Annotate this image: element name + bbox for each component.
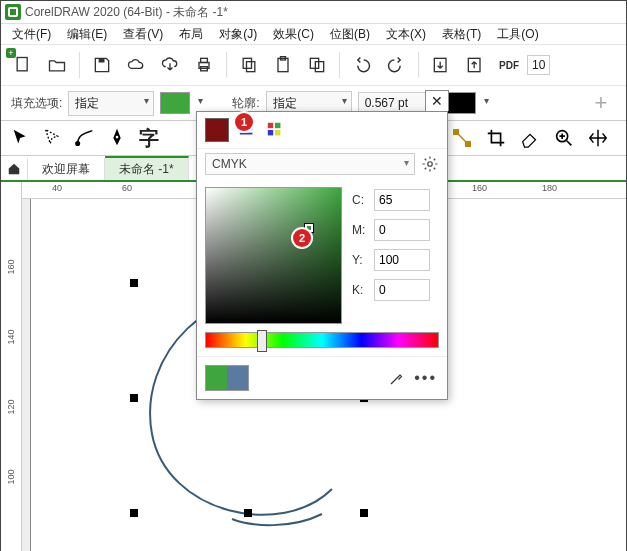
- separator: [226, 52, 227, 78]
- pan-tool-icon[interactable]: [586, 126, 610, 150]
- selection-handle[interactable]: [244, 509, 252, 517]
- page-shadow: [22, 199, 30, 551]
- print-button[interactable]: [188, 49, 220, 81]
- vertical-ruler[interactable]: 160 140 120 100: [1, 182, 22, 551]
- eyedropper-icon[interactable]: [388, 369, 406, 387]
- ruler-tick: 120: [6, 397, 16, 417]
- ruler-tick: 160: [6, 257, 16, 277]
- pdf-export-button[interactable]: PDF: [493, 49, 525, 81]
- cloud-down-button[interactable]: [154, 49, 186, 81]
- save-button[interactable]: [86, 49, 118, 81]
- separator: [79, 52, 80, 78]
- import-button[interactable]: [425, 49, 457, 81]
- ruler-tick: 100: [6, 467, 16, 487]
- fill-option-label: 填充选项:: [11, 95, 62, 112]
- m-label: M:: [352, 223, 368, 237]
- color-model-select[interactable]: CMYK: [205, 153, 415, 175]
- outline-color-swatch[interactable]: [446, 92, 476, 114]
- cloud-button[interactable]: [120, 49, 152, 81]
- pen-tool-icon[interactable]: [105, 126, 129, 150]
- zoom-value[interactable]: 10: [527, 55, 550, 75]
- open-button[interactable]: [41, 49, 73, 81]
- k-input[interactable]: [374, 279, 430, 301]
- duplicate-button[interactable]: [301, 49, 333, 81]
- welcome-tab[interactable]: 欢迎屏幕: [28, 158, 105, 180]
- shape-tool-icon[interactable]: [73, 126, 97, 150]
- document-tab[interactable]: 未命名 -1*: [105, 156, 189, 180]
- separator: [339, 52, 340, 78]
- zoom-tool-icon[interactable]: [552, 126, 576, 150]
- add-preset-button[interactable]: +: [586, 88, 616, 118]
- svg-rect-15: [454, 130, 459, 135]
- text-tool-icon[interactable]: 字: [137, 126, 161, 150]
- y-label: Y:: [352, 253, 368, 267]
- new-color: [206, 366, 227, 390]
- m-input[interactable]: [374, 219, 430, 241]
- selection-handle[interactable]: [130, 279, 138, 287]
- ruler-tick: 180: [542, 183, 557, 193]
- titlebar: CorelDRAW 2020 (64-Bit) - 未命名 -1*: [1, 1, 626, 24]
- selection-handle[interactable]: [130, 509, 138, 517]
- menu-object[interactable]: 对象(J): [212, 24, 264, 45]
- selection-handle[interactable]: [130, 394, 138, 402]
- hue-slider-thumb[interactable]: [257, 330, 267, 352]
- close-button[interactable]: ✕: [425, 90, 449, 111]
- menu-layout[interactable]: 布局: [172, 24, 210, 45]
- selection-handle[interactable]: [360, 509, 368, 517]
- menu-table[interactable]: 表格(T): [435, 24, 488, 45]
- export-button[interactable]: [459, 49, 491, 81]
- svg-rect-0: [17, 58, 27, 71]
- svg-point-13: [76, 142, 80, 146]
- menubar: 文件(F) 编辑(E) 查看(V) 布局 对象(J) 效果(C) 位图(B) 文…: [1, 24, 626, 45]
- ruler-tick: 160: [472, 183, 487, 193]
- svg-rect-1: [99, 58, 105, 62]
- ruler-tick: 40: [52, 183, 62, 193]
- old-color: [227, 366, 248, 390]
- fill-option-select[interactable]: 指定: [68, 91, 154, 116]
- svg-point-14: [116, 136, 119, 139]
- home-tab[interactable]: [1, 158, 28, 180]
- annotation-badge-1: 1: [235, 113, 253, 131]
- crop-tool-icon[interactable]: [484, 126, 508, 150]
- outline-label: 轮廓:: [232, 95, 259, 112]
- undo-button[interactable]: [346, 49, 378, 81]
- separator: [418, 52, 419, 78]
- pick-tool-icon[interactable]: [9, 126, 33, 150]
- freehand-pick-icon[interactable]: [41, 126, 65, 150]
- svg-rect-3: [201, 58, 208, 62]
- c-input[interactable]: [374, 189, 430, 211]
- copy-button[interactable]: [233, 49, 265, 81]
- svg-rect-24: [275, 130, 280, 135]
- new-doc-button[interactable]: +: [7, 49, 39, 81]
- eraser-tool-icon[interactable]: [518, 126, 542, 150]
- svg-rect-6: [247, 62, 255, 72]
- menu-bitmap[interactable]: 位图(B): [323, 24, 377, 45]
- node-connect-icon[interactable]: [450, 126, 474, 150]
- palette-view-icon[interactable]: [265, 120, 285, 140]
- menu-file[interactable]: 文件(F): [5, 24, 58, 45]
- y-input[interactable]: [374, 249, 430, 271]
- menu-view[interactable]: 查看(V): [116, 24, 170, 45]
- more-options-icon[interactable]: •••: [412, 369, 439, 387]
- svg-rect-20: [240, 133, 253, 135]
- menu-edit[interactable]: 编辑(E): [60, 24, 114, 45]
- menu-effect[interactable]: 效果(C): [266, 24, 321, 45]
- hue-slider[interactable]: [205, 332, 439, 348]
- ruler-tick: 140: [6, 327, 16, 347]
- svg-point-25: [428, 162, 433, 167]
- svg-rect-5: [243, 58, 251, 68]
- menu-tools[interactable]: 工具(O): [490, 24, 545, 45]
- svg-rect-10: [315, 62, 323, 72]
- svg-rect-22: [275, 123, 280, 128]
- menu-text[interactable]: 文本(X): [379, 24, 433, 45]
- svg-rect-16: [466, 142, 471, 147]
- old-new-swatch[interactable]: [205, 365, 249, 391]
- svg-rect-9: [310, 58, 318, 68]
- paste-button[interactable]: [267, 49, 299, 81]
- redo-button[interactable]: [380, 49, 412, 81]
- settings-icon[interactable]: [421, 155, 439, 173]
- color-picker-popover: ✕ CMYK C: M: Y: K: •••: [196, 111, 448, 400]
- fill-color-swatch[interactable]: [160, 92, 190, 114]
- color-field[interactable]: [205, 187, 342, 324]
- current-color-swatch[interactable]: [205, 118, 229, 142]
